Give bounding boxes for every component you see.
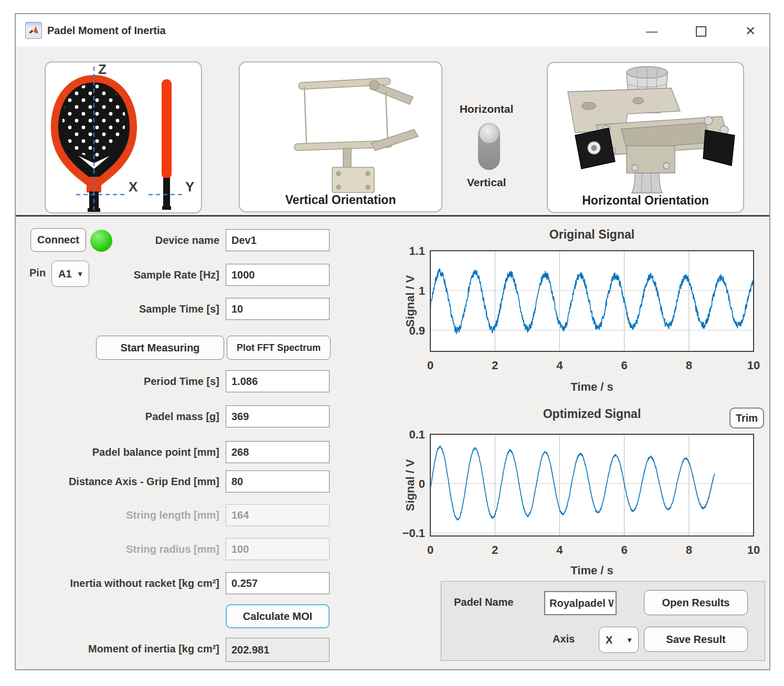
calculate-moi-button[interactable]: Calculate MOI bbox=[226, 604, 330, 628]
svg-text:−0.1: −0.1 bbox=[402, 527, 425, 540]
device-name-label: Device name bbox=[10, 233, 219, 247]
maximize-button[interactable] bbox=[688, 21, 714, 42]
svg-text:10: 10 bbox=[747, 359, 760, 372]
moment-of-inertia-field bbox=[226, 638, 330, 662]
racket-illustration: Z X Y bbox=[46, 62, 201, 212]
window-title: Padel Moment of Inertia bbox=[47, 25, 166, 37]
horizontal-orientation-image: Horizontal Orientation bbox=[547, 62, 744, 213]
svg-text:8: 8 bbox=[686, 359, 692, 372]
horizontal-rig-illustration bbox=[548, 63, 743, 194]
svg-text:6: 6 bbox=[621, 543, 627, 556]
original-signal-chart: Original Signal Signal / V 02468100.911.… bbox=[395, 226, 764, 401]
axis-label: Axis bbox=[553, 633, 575, 645]
section-divider bbox=[16, 215, 769, 217]
racket-axes-image: Z X Y bbox=[45, 61, 202, 213]
balance-point-field[interactable] bbox=[226, 441, 330, 463]
optimized-signal-chart: Optimized Signal Signal / V 0246810−0.10… bbox=[395, 405, 764, 583]
sample-rate-field[interactable] bbox=[226, 264, 330, 286]
vertical-rig-illustration bbox=[240, 62, 441, 194]
string-radius-field bbox=[226, 538, 330, 560]
svg-text:1.1: 1.1 bbox=[409, 244, 425, 258]
optimized-signal-title: Optimized Signal bbox=[430, 407, 754, 421]
svg-text:0: 0 bbox=[427, 359, 433, 372]
svg-text:1: 1 bbox=[419, 284, 425, 297]
balance-point-label: Padel balance point [mm] bbox=[10, 445, 219, 459]
dropdown-arrow-icon: ▼ bbox=[626, 636, 633, 644]
padel-name-field[interactable] bbox=[544, 591, 617, 615]
svg-text:4: 4 bbox=[556, 543, 563, 556]
svg-text:2: 2 bbox=[492, 359, 498, 372]
original-signal-ylabel: Signal / V bbox=[404, 275, 417, 327]
period-time-field[interactable] bbox=[226, 370, 330, 392]
axis-x-label: X bbox=[129, 179, 138, 195]
close-button[interactable]: × bbox=[738, 20, 763, 41]
matlab-icon bbox=[25, 22, 42, 39]
svg-text:8: 8 bbox=[686, 543, 692, 556]
svg-text:0.1: 0.1 bbox=[409, 428, 425, 441]
svg-text:0: 0 bbox=[427, 543, 433, 556]
moment-of-inertia-label: Moment of inertia [kg cm²] bbox=[10, 642, 219, 656]
padel-name-label: Padel Name bbox=[454, 596, 513, 608]
device-name-field[interactable] bbox=[226, 229, 330, 251]
optimized-signal-ylabel: Signal / V bbox=[404, 459, 417, 511]
start-measuring-button[interactable]: Start Measuring bbox=[96, 336, 224, 360]
results-panel: Padel Name Open Results Axis X ▼ Save Re… bbox=[441, 581, 765, 661]
sample-rate-label: Sample Rate [Hz] bbox=[10, 268, 219, 282]
svg-text:10: 10 bbox=[747, 543, 760, 556]
inertia-without-label: Inertia without racket [kg cm²] bbox=[10, 576, 219, 590]
svg-text:4: 4 bbox=[556, 359, 563, 372]
minimize-button[interactable]: — bbox=[639, 21, 664, 42]
open-results-button[interactable]: Open Results bbox=[644, 590, 748, 615]
original-signal-xlabel: Time / s bbox=[430, 380, 754, 394]
toggle-vertical-label: Vertical bbox=[452, 176, 521, 189]
save-result-button[interactable]: Save Result bbox=[644, 627, 748, 652]
vertical-orientation-image: Vertical Orientation bbox=[239, 61, 442, 212]
app-root: Padel Moment of Inertia — × Z X bbox=[0, 0, 784, 686]
toggle-horizontal-label: Horizontal bbox=[452, 103, 521, 115]
padel-mass-label: Padel mass [g] bbox=[10, 410, 219, 423]
original-signal-title: Original Signal bbox=[430, 228, 754, 242]
vertical-orientation-caption: Vertical Orientation bbox=[240, 193, 441, 207]
svg-text:0: 0 bbox=[419, 477, 425, 490]
distance-axis-label: Distance Axis - Grip End [mm] bbox=[10, 475, 219, 488]
string-length-field bbox=[226, 504, 330, 526]
string-radius-label: String radius [mm] bbox=[10, 542, 219, 556]
axis-z-label: Z bbox=[98, 62, 107, 77]
period-time-label: Period Time [s] bbox=[10, 374, 219, 388]
string-length-label: String length [mm] bbox=[10, 508, 219, 522]
horizontal-orientation-caption: Horizontal Orientation bbox=[548, 194, 743, 208]
minimize-icon: — bbox=[646, 25, 658, 38]
axis-value: X bbox=[606, 634, 612, 646]
plot-fft-button[interactable]: Plot FFT Spectrum bbox=[227, 336, 331, 360]
optimized-signal-plot: 0246810−0.100.1 bbox=[395, 405, 764, 562]
padel-mass-field[interactable] bbox=[226, 405, 330, 427]
maximize-icon bbox=[696, 26, 706, 37]
original-signal-plot: 02468100.911.1 bbox=[395, 226, 764, 379]
svg-text:6: 6 bbox=[621, 359, 627, 372]
optimized-signal-xlabel: Time / s bbox=[430, 564, 754, 577]
svg-text:2: 2 bbox=[492, 543, 498, 556]
inertia-without-field[interactable] bbox=[226, 572, 330, 594]
sample-time-label: Sample Time [s] bbox=[10, 302, 219, 316]
toggle-knob bbox=[480, 124, 499, 143]
sample-time-field[interactable] bbox=[226, 298, 330, 320]
orientation-toggle-switch[interactable] bbox=[478, 123, 500, 170]
close-icon: × bbox=[746, 21, 756, 40]
axis-y-label: Y bbox=[185, 179, 194, 195]
distance-axis-field[interactable] bbox=[226, 470, 330, 492]
axis-dropdown[interactable]: X ▼ bbox=[599, 627, 639, 653]
